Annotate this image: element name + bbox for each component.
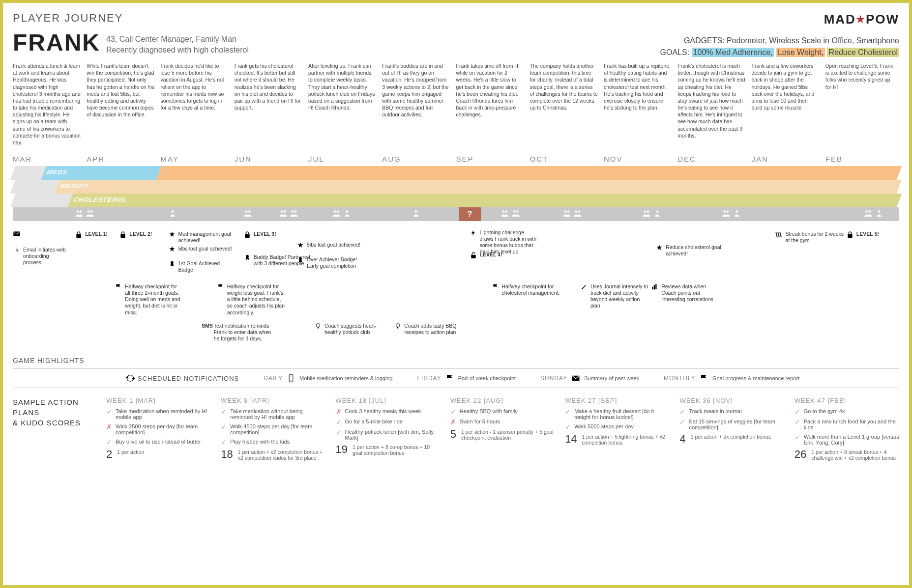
month-narrative: While Frank's team doesn't win the compe… <box>87 62 154 151</box>
month-narrative: Upon reaching Level 5, Frank is excited … <box>825 62 893 151</box>
month-label: NOV <box>604 155 672 163</box>
plan-item: ✓Track meals in journal <box>679 408 784 415</box>
check-icon: ✓ <box>106 439 112 446</box>
goal-badge: 100% Med Adherence, <box>692 48 774 57</box>
plan-score: 261 per action + 8 streak bonus + 4 chal… <box>794 449 899 461</box>
plan-week-label: WEEK 36 [NOV] <box>679 397 784 404</box>
persona-meta: GADGETS: Pedometer, Wireless Scale in Of… <box>660 32 899 58</box>
month-column: While Frank's team doesn't win the compe… <box>87 62 160 165</box>
month-narrative: Frank has built up a repitoire of health… <box>604 62 672 151</box>
plan-score: 21 per action <box>106 449 211 460</box>
plan-item: ✗Walk 2500 steps per day [for team compe… <box>106 423 211 435</box>
month-narrative: Frank attends a lunch & learn at work an… <box>13 62 81 151</box>
ribbon-icon <box>168 260 176 273</box>
month-label: JUN <box>235 155 302 163</box>
persona-name: FRANK <box>13 32 100 53</box>
envelope-icon <box>13 229 21 238</box>
events: ↳Email initiates web onboarding process … <box>13 227 899 355</box>
month-label: FEB <box>825 155 893 163</box>
month-label: MAR <box>13 155 81 163</box>
plan-column: WEEK 22 [AUG]✓Healthy BBQ with family✗Sw… <box>450 397 555 461</box>
plan-item: ✓Take medication when reminded by H! mob… <box>106 408 211 420</box>
persona-subtitle: 43, Call Center Manager, Family Man Rece… <box>106 32 249 55</box>
check-icon: ✓ <box>450 408 456 415</box>
x-icon: ✗ <box>336 408 342 415</box>
plan-column: WEEK 27 [SEP]✓Make a healthy fruit desse… <box>565 397 670 461</box>
timeline-tracks: . MEDS WEIGHT CHOLESTEROL ? <box>13 166 899 225</box>
month-narrative: After leveling up, Frank can partner wit… <box>308 62 376 151</box>
goal-badge: Reduce Cholesterol <box>827 48 899 57</box>
month-column: Frank decides he'd like to lose 5 more b… <box>161 62 235 165</box>
plan-column: WEEK 47 [FEB]✓Go to the gym 4x✓Pack a ne… <box>794 397 899 461</box>
star-icon <box>655 244 663 257</box>
star-icon <box>168 246 176 252</box>
plan-item: ✗Cook 3 healthy meals this week <box>336 408 441 415</box>
check-icon: ✓ <box>794 434 800 441</box>
plan-week-label: WEEK 18 [JUL] <box>336 397 441 404</box>
logo: MAD★POW <box>824 12 899 27</box>
plan-item: ✓Pack a new lunch food for you and the k… <box>794 419 899 430</box>
ribbon-icon <box>243 254 251 267</box>
plan-item: ✓Walk more than a Level 1 group [versus … <box>794 434 899 446</box>
plan-column: WEEK 1 [MAR]✓Take medication when remind… <box>106 397 211 461</box>
notifications-bar: SCHEDULED NOTIFICATIONS DAILYMobile medi… <box>13 368 899 388</box>
month-narrative: Frank's cholesterol is much better, thou… <box>677 62 745 151</box>
month-narrative: The company holds another team competiti… <box>530 62 598 151</box>
plan-item: ✗Swim for 5 hours <box>450 419 555 425</box>
star-icon <box>168 231 176 244</box>
flag-icon <box>700 374 708 383</box>
month-column: Frank gets his cholesterol checked. It's… <box>235 62 308 165</box>
lock-icon <box>75 231 83 239</box>
plan-score: 41 per action + 2x completion bonus <box>679 434 784 445</box>
month-column: Frank takes time off from H! while on va… <box>456 62 530 165</box>
lock-icon <box>119 231 127 239</box>
plan-score: 181 per action + x2 completion bonus + x… <box>221 449 325 461</box>
flag-icon <box>115 283 122 316</box>
plan-score: 51 per action - 1 sponsor penalty + 5 go… <box>450 429 555 441</box>
month-narrative: Frank decides he'd like to lose 5 more b… <box>161 62 229 151</box>
plan-column: WEEK 8 [APR]✓Take medication without bei… <box>221 397 325 461</box>
bars-icon <box>651 283 659 303</box>
plan-item: ✓Make a healthy fruit dessert [do it ton… <box>565 408 670 420</box>
highlights-label: GAME HIGHLIGHTS <box>13 357 899 364</box>
stripes-icon <box>775 231 783 244</box>
check-icon: ✓ <box>679 419 685 425</box>
check-icon: ✓ <box>221 423 227 430</box>
goal-badge: Lose Weight, <box>776 48 825 57</box>
plan-week-label: WEEK 1 [MAR] <box>106 397 211 404</box>
page-title: PLAYER JOURNEY <box>13 12 123 25</box>
month-column: Upon reaching Level 5, Frank is excited … <box>825 62 899 165</box>
month-label: OCT <box>530 155 598 163</box>
plan-item: ✓Take medication without being reminded … <box>221 408 325 420</box>
month-label: JAN <box>752 155 820 163</box>
month-label: APR <box>87 155 154 163</box>
ribbon-icon <box>296 256 304 269</box>
flag-icon <box>492 283 500 296</box>
check-icon: ✓ <box>794 419 800 425</box>
check-icon: ✓ <box>336 429 342 436</box>
plan-item: ✓Eat 15 servings of veggies [for team co… <box>679 419 784 430</box>
plan-item: ✓Buy olive oil to use instead of butter <box>106 439 211 446</box>
lock-icon <box>846 231 854 239</box>
check-icon: ✓ <box>679 408 685 415</box>
bulb-icon <box>314 323 322 336</box>
plan-score: 191 per action + 8 co-op bonus + 10 goal… <box>336 444 441 456</box>
month-column: Frank and a few coworkers decide to join… <box>752 62 825 165</box>
month-narrative: Frank gets his cholesterol checked. It's… <box>235 62 302 151</box>
month-column: Frank attends a lunch & learn at work an… <box>13 62 87 165</box>
check-icon: ✓ <box>106 408 112 415</box>
month-label: MAY <box>161 155 229 163</box>
plan-week-label: WEEK 22 [AUG] <box>450 397 555 404</box>
month-label: DEC <box>677 155 745 163</box>
month-narrative: Frank's buddies are in and out of H! as … <box>382 62 450 151</box>
lock-icon <box>243 231 251 239</box>
month-column: After leveling up, Frank can partner wit… <box>308 62 382 165</box>
check-icon: ✓ <box>794 408 800 415</box>
plan-item: ✓Play frisbee with the kids <box>221 439 325 446</box>
plan-item: ✓Walk 4500 steps per day [for team compe… <box>221 423 325 435</box>
month-column: The company holds another team competiti… <box>530 62 604 165</box>
star-icon <box>296 242 304 249</box>
plan-item: ✓Healthy BBQ with family <box>450 408 555 415</box>
unlock-icon <box>470 252 477 259</box>
plans-header: SAMPLE ACTION PLANS & KUDO SCORES <box>13 397 91 461</box>
